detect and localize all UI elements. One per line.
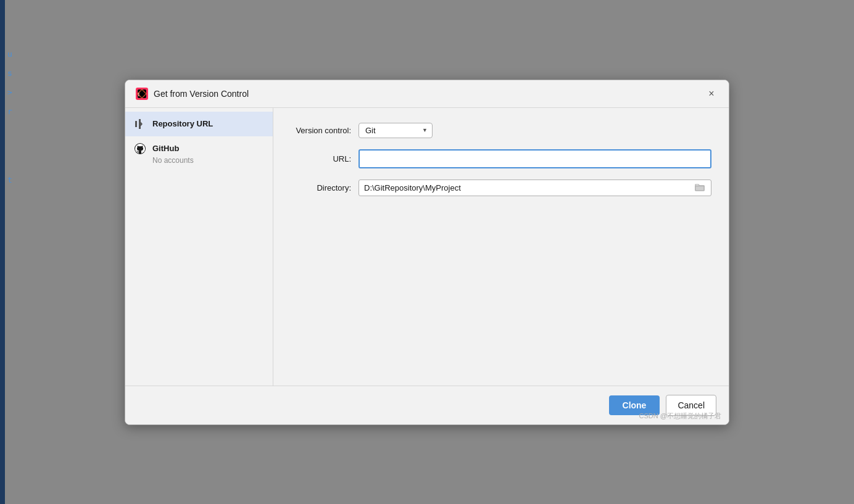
main-content: Version control: Git Mercurial Subversio… <box>273 108 729 386</box>
title-bar-left: I Get from Version Control <box>135 87 249 101</box>
github-icon <box>134 143 146 155</box>
directory-label: Directory: <box>291 183 359 192</box>
sidebar-github-label: GitHub <box>152 144 179 153</box>
version-control-select-wrapper: Git Mercurial Subversion <box>359 123 433 138</box>
app-icon: I <box>135 87 149 101</box>
dialog-body: Repository URL GitHub N <box>125 108 729 386</box>
get-from-version-control-dialog: I Get from Version Control × <box>125 80 729 425</box>
repo-icon <box>134 118 146 130</box>
svg-rect-3 <box>135 121 137 127</box>
sidebar: Repository URL GitHub N <box>125 108 273 386</box>
title-bar: I Get from Version Control × <box>125 80 729 108</box>
sidebar-github-header: GitHub <box>134 143 264 155</box>
url-input[interactable] <box>359 149 711 168</box>
version-control-row: Version control: Git Mercurial Subversio… <box>291 123 711 138</box>
directory-input-wrapper <box>359 180 711 196</box>
url-row: URL: <box>291 149 711 168</box>
watermark: CSDN @不想睡觉的橘子君 <box>639 411 721 421</box>
url-label: URL: <box>291 154 359 163</box>
sidebar-item-github[interactable]: GitHub No accounts <box>125 136 273 171</box>
dialog-title: Get from Version Control <box>154 89 249 99</box>
sidebar-item-repository-url[interactable]: Repository URL <box>125 112 273 136</box>
directory-input[interactable] <box>364 183 694 192</box>
dialog-footer: Clone Cancel <box>125 386 729 424</box>
close-button[interactable]: × <box>704 86 719 101</box>
directory-row: Directory: <box>291 180 711 196</box>
version-control-select[interactable]: Git Mercurial Subversion <box>359 123 433 138</box>
sidebar-item-repository-url-label: Repository URL <box>152 119 213 128</box>
sidebar-github-sub: No accounts <box>134 156 264 165</box>
browse-folder-button[interactable] <box>694 183 706 192</box>
version-control-label: Version control: <box>291 126 359 135</box>
